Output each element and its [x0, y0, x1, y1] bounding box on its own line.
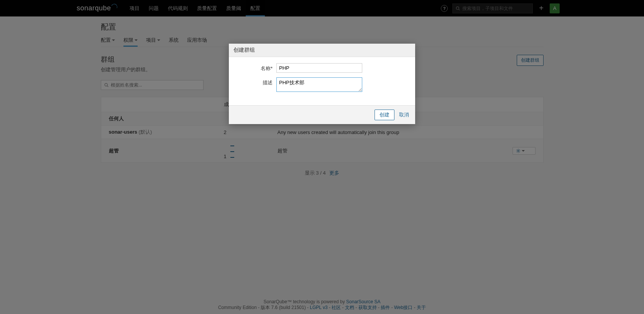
- modal-title: 创建群组: [229, 44, 415, 57]
- name-input[interactable]: [276, 63, 362, 73]
- modal-body: 名称* 描述: [229, 57, 415, 105]
- description-label: 描述: [238, 77, 276, 86]
- modal-create-button[interactable]: 创建: [375, 110, 394, 120]
- modal-footer: 创建 取消: [229, 105, 415, 124]
- create-group-modal: 创建群组 名称* 描述 创建 取消: [229, 44, 415, 124]
- name-label: 名称*: [238, 63, 276, 72]
- description-textarea[interactable]: [276, 77, 362, 92]
- modal-overlay[interactable]: 创建群组 名称* 描述 创建 取消: [0, 0, 644, 314]
- modal-cancel-link[interactable]: 取消: [399, 111, 409, 118]
